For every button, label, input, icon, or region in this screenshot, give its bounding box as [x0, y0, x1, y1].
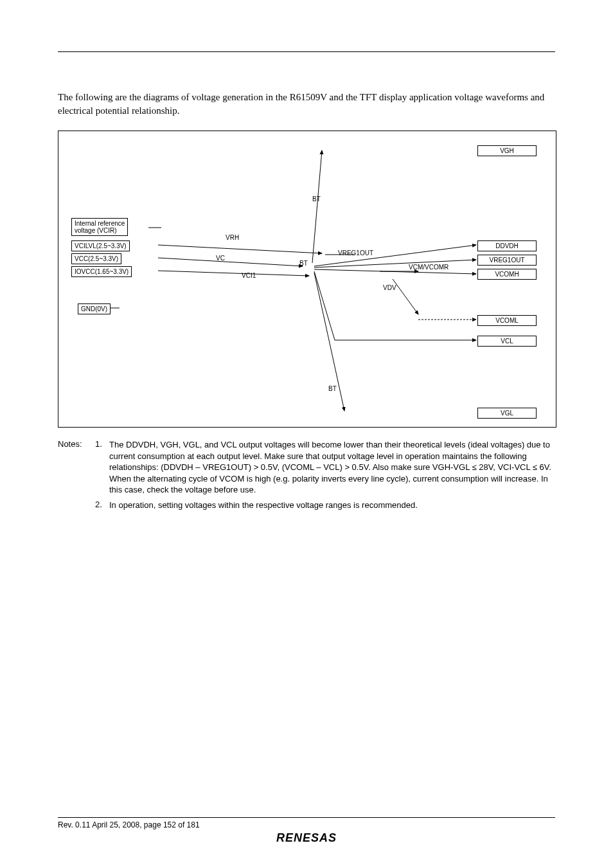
- label-vgl: VGL: [477, 408, 537, 419]
- label-iovcc: IOVCC(1.65~3.3V): [71, 266, 132, 277]
- label-vreg1out-right: VREG1OUT: [477, 255, 537, 266]
- svg-line-9: [393, 279, 418, 314]
- label-bt2: BT: [299, 260, 308, 267]
- notes-block: Notes: 1. The DDVDH, VGH, VGL, and VCL o…: [58, 439, 555, 514]
- label-vreg1out-mid: VREG1OUT: [338, 249, 373, 257]
- label-vdv: VDV: [383, 284, 396, 291]
- label-vcir: Internal referencevoltage (VCIR): [71, 218, 128, 236]
- top-rule: [58, 51, 555, 52]
- renesas-logo: RENESAS: [0, 831, 613, 845]
- voltage-diagram: Internal referencevoltage (VCIR) VCILVL(…: [58, 131, 556, 428]
- svg-line-5: [314, 260, 476, 267]
- svg-line-11: [314, 271, 335, 340]
- label-vcmvcomr: VCM/VCOMR: [409, 264, 449, 271]
- note-2-text: In operation, setting voltages within th…: [109, 500, 555, 511]
- notes-prefix: Notes:: [58, 439, 95, 514]
- note-2: 2. In operation, setting voltages within…: [95, 500, 555, 511]
- note-1-text: The DDVDH, VGH, VGL, and VCL output volt…: [109, 439, 555, 496]
- note-1-num: 1.: [95, 439, 109, 496]
- label-vc: VC: [216, 255, 225, 262]
- label-vci1: VCI1: [242, 272, 256, 279]
- note-2-num: 2.: [95, 500, 109, 511]
- intro-text: The following are the diagrams of voltag…: [58, 91, 555, 118]
- label-vgh: VGH: [477, 145, 537, 156]
- svg-line-2: [158, 271, 309, 276]
- label-vcomh: VCOMH: [477, 269, 537, 280]
- label-vcoml: VCOML: [477, 315, 537, 326]
- label-bt1: BT: [312, 195, 321, 203]
- label-bt3: BT: [328, 385, 337, 392]
- note-1: 1. The DDVDH, VGH, VGL, and VCL output v…: [95, 439, 555, 496]
- svg-line-3: [312, 150, 322, 263]
- label-vcilvl: VCILVL(2.5~3.3V): [71, 240, 130, 251]
- svg-line-1: [158, 258, 303, 266]
- label-vrh: VRH: [226, 234, 239, 241]
- page-footer: Rev. 0.11 April 25, 2008, page 152 of 18…: [58, 817, 555, 829]
- label-vcl: VCL: [477, 336, 537, 347]
- svg-line-0: [158, 245, 322, 253]
- footer-text: Rev. 0.11 April 25, 2008, page 152 of 18…: [58, 820, 555, 829]
- label-ddvdh: DDVDH: [477, 240, 537, 251]
- label-vcc: VCC(2.5~3.3V): [71, 253, 121, 264]
- label-gnd: GND(0V): [78, 303, 111, 314]
